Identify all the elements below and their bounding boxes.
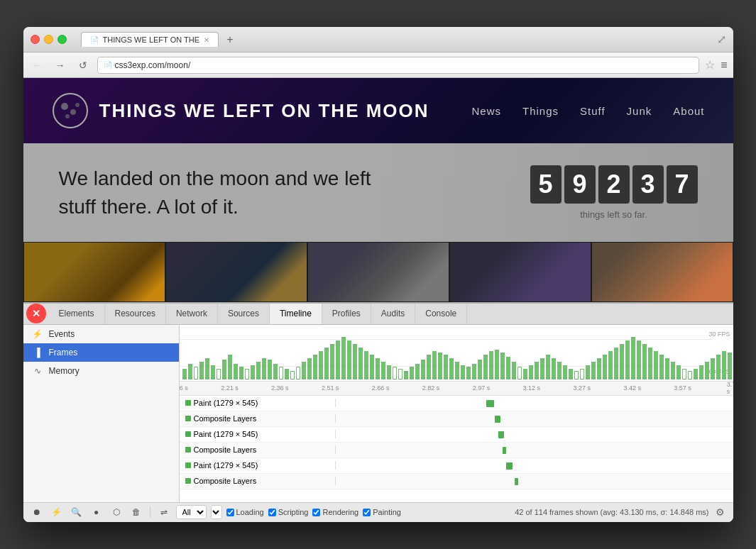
event-bar-2 xyxy=(336,411,733,426)
sidebar-events-label: Events xyxy=(49,329,75,339)
filter-select[interactable]: All xyxy=(176,505,207,519)
fps-bar xyxy=(268,360,272,379)
fps-bar xyxy=(728,353,732,379)
counter-widget: 5 9 2 3 7 things left so far. xyxy=(530,165,698,220)
back-button[interactable]: ← xyxy=(29,57,46,74)
new-tab-button[interactable]: + xyxy=(221,31,239,48)
menu-button[interactable]: ≡ xyxy=(721,59,727,72)
devtools-toolbar: ⏺ ⚡ 🔍 ● ⬡ 🗑 ⇌ All ▼ Loading Scripting xyxy=(23,502,733,522)
tab-timeline[interactable]: Timeline xyxy=(270,304,322,324)
fps-bar xyxy=(523,369,527,379)
loading-checkbox[interactable] xyxy=(226,509,234,516)
thumbnail-1[interactable] xyxy=(23,242,165,302)
rendering-filter[interactable]: Rendering xyxy=(312,508,358,516)
fps-bar xyxy=(722,351,726,379)
fps-bar xyxy=(461,365,465,379)
painting-checkbox[interactable] xyxy=(363,509,371,516)
nav-stuff[interactable]: Stuff xyxy=(580,105,606,117)
time-tick-3: 2.51 s xyxy=(322,384,339,392)
event-color-5 xyxy=(185,462,191,468)
minimize-button[interactable] xyxy=(44,35,53,44)
sidebar-item-memory[interactable]: ∿ Memory xyxy=(23,362,179,380)
rendering-checkbox[interactable] xyxy=(312,509,320,516)
search-button[interactable]: 🔍 xyxy=(69,504,84,520)
mode-button[interactable]: ⇌ xyxy=(156,504,172,520)
svg-point-4 xyxy=(75,103,80,107)
time-tick-2: 2.36 s xyxy=(271,384,289,392)
event-bar-3 xyxy=(336,427,733,442)
stop-button[interactable]: ⬡ xyxy=(109,504,124,520)
browser-tab[interactable]: 📄 THINGS WE LEFT ON THE ✕ xyxy=(81,32,219,47)
tab-profiles[interactable]: Profiles xyxy=(322,304,371,324)
expand-icon[interactable]: ⤢ xyxy=(717,33,726,46)
fps-bar xyxy=(671,362,675,379)
time-tick-0: 2.06 s xyxy=(180,384,188,392)
fps-bar xyxy=(290,371,295,379)
record-button[interactable]: ⏺ xyxy=(29,504,45,520)
tab-network[interactable]: Network xyxy=(166,304,218,324)
nav-about[interactable]: About xyxy=(673,105,704,117)
fps-bar xyxy=(569,369,573,379)
thumbnail-5[interactable] xyxy=(591,242,733,302)
devtools-close-button[interactable]: ✕ xyxy=(26,304,46,323)
fps-bar xyxy=(580,369,584,379)
event-segment xyxy=(503,447,507,454)
fps-bar xyxy=(557,362,561,379)
tab-sources[interactable]: Sources xyxy=(218,304,270,324)
clear-button[interactable]: ⚡ xyxy=(49,504,65,520)
tab-elements[interactable]: Elements xyxy=(49,304,105,324)
painting-filter[interactable]: Painting xyxy=(363,508,401,516)
fps-bar xyxy=(353,344,357,379)
scripting-filter[interactable]: Scripting xyxy=(268,508,309,516)
thumbnail-strip xyxy=(23,242,733,302)
forward-button[interactable]: → xyxy=(52,57,69,74)
nav-things[interactable]: Things xyxy=(522,105,559,117)
tab-close-button[interactable]: ✕ xyxy=(204,36,209,44)
tab-audits[interactable]: Audits xyxy=(371,304,415,324)
fps-bar xyxy=(711,358,715,379)
fps-bar xyxy=(302,362,306,379)
refresh-button[interactable]: ↺ xyxy=(75,57,92,74)
thumbnail-4[interactable] xyxy=(449,242,591,302)
bookmark-button[interactable]: ☆ xyxy=(705,58,715,72)
fps-bar xyxy=(393,367,397,379)
digit-4: 3 xyxy=(632,165,664,204)
delete-button[interactable]: 🗑 xyxy=(128,504,144,520)
fps-bar xyxy=(682,369,686,379)
sidebar-item-frames[interactable]: ▐ Frames xyxy=(23,343,179,362)
address-bar[interactable]: 📄 css3exp.com/moon/ xyxy=(97,57,700,74)
thumbnail-3[interactable] xyxy=(307,242,449,302)
sidebar-frames-label: Frames xyxy=(49,348,78,357)
tab-title: THINGS WE LEFT ON THE xyxy=(103,35,200,44)
filter-dropdown[interactable]: ▼ xyxy=(211,505,222,519)
tab-console[interactable]: Console xyxy=(415,304,467,324)
nav-junk[interactable]: Junk xyxy=(627,105,652,117)
table-row: Composite Layers xyxy=(180,474,733,489)
traffic-lights xyxy=(31,35,67,44)
fps-bar xyxy=(614,348,618,379)
timeline-content: 30 FPS 60 FPS 2.06 s2.21 s2.36 s2.51 s2.… xyxy=(180,325,733,502)
fps-bar xyxy=(654,351,658,379)
event-label-2: Composite Layers xyxy=(180,414,336,423)
forward-icon: → xyxy=(55,60,65,71)
scripting-checkbox[interactable] xyxy=(268,509,276,516)
fps-bar xyxy=(370,355,374,379)
sidebar-item-events[interactable]: ⚡ Events xyxy=(23,325,179,343)
time-tick-11: 3.72 s xyxy=(727,381,733,395)
devtools-tabs: ✕ Elements Resources Network Sources Tim… xyxy=(23,304,733,325)
fps-bar xyxy=(586,365,590,379)
fps-bar xyxy=(603,355,607,379)
record-circle-button[interactable]: ● xyxy=(89,504,104,520)
settings-button[interactable]: ⚙ xyxy=(713,505,728,519)
fps-bar xyxy=(574,371,579,379)
table-row: Paint (1279 × 545) xyxy=(180,458,733,474)
close-button[interactable] xyxy=(31,35,40,44)
tab-resources[interactable]: Resources xyxy=(105,304,166,324)
nav-news[interactable]: News xyxy=(471,105,501,117)
fps-bar xyxy=(217,369,221,379)
loading-filter[interactable]: Loading xyxy=(226,508,264,516)
counter-label: things left so far. xyxy=(530,209,698,220)
hero-section: We landed on the moon and we left stuff … xyxy=(23,143,733,241)
maximize-button[interactable] xyxy=(57,35,67,44)
thumbnail-2[interactable] xyxy=(165,242,307,302)
